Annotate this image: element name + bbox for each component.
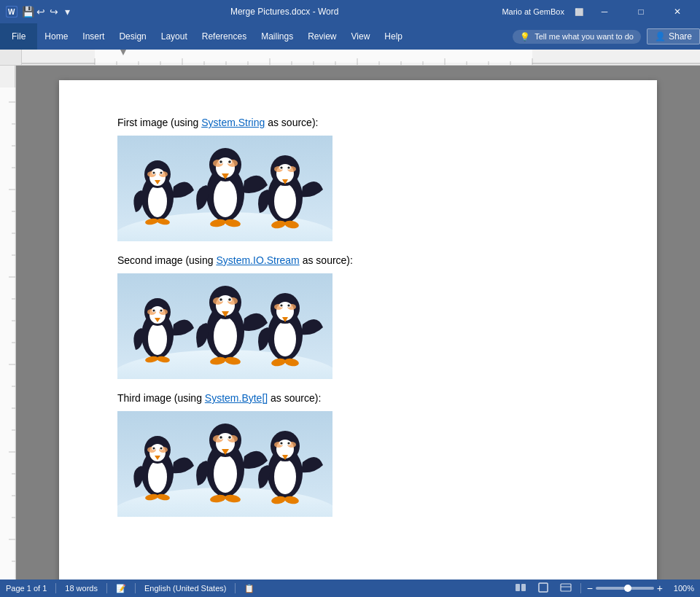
para2-after: as source): [300,254,353,266]
title-bar-right: Mario at GemBox ⬜ ─ □ ✕ [496,0,694,23]
menu-right: 💡 Tell me what you want to do 👤 Share [513,23,700,50]
menu-insert[interactable]: Insert [75,23,112,50]
read-view-button[interactable] [512,582,529,594]
para1: First image (using System.String as sour… [117,117,599,128]
print-view-button[interactable] [535,582,551,594]
title-bar: W 💾 ↩ ↪ ▾ Merge Pictures.docx - Word Mar… [0,0,700,23]
svg-point-164 [287,442,289,444]
svg-point-76 [228,160,231,163]
language[interactable]: English (United States) [144,584,227,593]
page-info: Page 1 of 1 [6,584,47,593]
svg-point-75 [219,160,222,163]
undo-button[interactable]: ↩ [35,6,47,17]
quick-access-dropdown[interactable]: ▾ [61,6,73,17]
status-left: Page 1 of 1 18 words 📝 English (United S… [6,583,254,593]
svg-point-88 [287,166,289,168]
status-sep2 [106,583,107,593]
zoom-percent[interactable]: 100% [669,584,694,593]
share-button[interactable]: 👤 Share [647,28,700,44]
svg-point-132 [148,461,167,493]
ruler-h-svg [22,50,700,66]
word-count: 18 words [65,584,98,593]
svg-text:W: W [8,8,15,16]
para3: Third image (using System.Byte[] as sour… [117,392,599,404]
ribbon-options-button[interactable]: ⬜ [573,6,585,17]
status-sep5 [580,583,581,593]
svg-point-63 [153,172,155,174]
svg-point-126 [287,304,289,306]
svg-point-144 [214,455,237,493]
menu-layout[interactable]: Layout [154,23,195,50]
svg-point-125 [280,304,282,306]
menu-design[interactable]: Design [112,23,153,50]
lightbulb-icon: 💡 [520,32,530,42]
menu-help[interactable]: Help [377,23,410,50]
svg-point-101 [153,310,155,312]
menu-review[interactable]: Review [300,23,343,50]
zoom-slider[interactable] [596,587,654,590]
ruler-corner [0,50,22,66]
para3-before: Third image (using [117,392,205,404]
svg-point-87 [280,166,282,168]
para1-before: First image (using [117,117,201,128]
para2-link[interactable]: System.IO.Stream [216,254,299,266]
status-sep4 [235,583,236,593]
para3-link[interactable]: System.Byte[] [205,392,268,404]
svg-point-140 [160,448,163,450]
close-button[interactable]: ✕ [661,0,694,23]
zoom-slider-container[interactable]: − + [587,582,663,594]
para1-link[interactable]: System.String [201,117,265,128]
status-sep1 [55,583,56,593]
proofing-icon[interactable]: 📝 [116,584,126,593]
restore-button[interactable]: □ [624,0,658,23]
title-bar-left: W 💾 ↩ ↪ ▾ [6,6,73,17]
para2: Second image (using System.IO.Stream as … [117,254,599,266]
status-right: − + 100% [512,582,694,594]
vertical-ruler [0,66,16,580]
para1-after: as source): [265,117,318,128]
svg-point-163 [280,442,282,444]
word-app-icon: W [6,6,18,17]
document-area[interactable]: First image (using System.String as sour… [16,66,700,580]
menu-view[interactable]: View [344,23,378,50]
svg-point-139 [153,448,155,450]
svg-rect-167 [516,584,520,591]
save-button[interactable]: 💾 [22,6,34,17]
image2[interactable] [117,273,332,379]
menu-home[interactable]: Home [37,23,75,50]
ruler-v-svg [0,66,16,580]
zoom-minus[interactable]: − [587,582,593,594]
redo-button[interactable]: ↪ [48,6,60,17]
track-changes-icon[interactable]: 📋 [244,584,254,593]
svg-rect-29 [0,87,16,580]
svg-rect-170 [561,584,571,591]
svg-point-106 [214,317,237,355]
svg-point-152 [228,436,231,439]
menu-file[interactable]: File [0,23,37,50]
status-bar: Page 1 of 1 18 words 📝 English (United S… [0,580,700,597]
svg-point-118 [274,321,296,356]
svg-point-56 [148,185,167,217]
svg-point-113 [219,298,222,301]
svg-point-94 [148,323,167,355]
zoom-plus[interactable]: + [657,582,663,594]
svg-point-80 [274,184,296,219]
tell-me-search[interactable]: 💡 Tell me what you want to do [513,30,641,44]
svg-point-156 [274,459,296,494]
svg-point-151 [219,436,222,439]
status-sep3 [135,583,136,593]
svg-rect-168 [521,584,526,591]
menu-mailings[interactable]: Mailings [254,23,300,50]
image1[interactable] [117,136,332,241]
para2-before: Second image (using [117,254,216,266]
para3-after: as source): [268,392,321,404]
svg-point-68 [214,179,237,217]
share-icon: 👤 [655,31,666,42]
menu-references[interactable]: References [195,23,254,50]
web-view-button[interactable] [557,582,575,594]
title-bar-title: Merge Pictures.docx - Word [73,7,496,17]
zoom-thumb [624,585,631,592]
tell-me-text: Tell me what you want to do [534,32,634,41]
image3[interactable] [117,411,332,517]
minimize-button[interactable]: ─ [588,0,621,23]
